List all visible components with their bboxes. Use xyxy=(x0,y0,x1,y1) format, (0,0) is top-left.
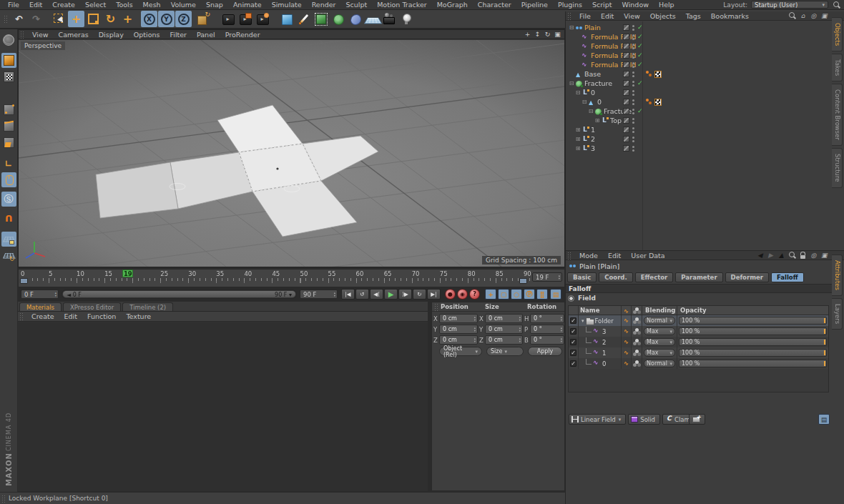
om-menu-item[interactable]: View xyxy=(619,11,645,21)
texture-tag-icon[interactable] xyxy=(654,99,662,106)
forward-icon[interactable]: ▶ xyxy=(766,251,775,260)
spinner-icon[interactable] xyxy=(561,337,562,342)
spinner-icon[interactable] xyxy=(519,337,521,342)
viewport-menu-item[interactable]: Panel xyxy=(192,30,220,39)
expand-toggle[interactable] xyxy=(574,88,582,97)
expand-toggle[interactable] xyxy=(568,23,575,32)
layer-swatch[interactable] xyxy=(623,34,629,40)
visibility-toggles[interactable] xyxy=(632,137,634,139)
align-workplane-button[interactable] xyxy=(1,248,16,263)
blending-dropdown[interactable]: Max▾ xyxy=(644,349,675,357)
goto-start-button[interactable]: |◀ xyxy=(341,289,355,300)
slider-handle[interactable] xyxy=(824,340,825,345)
expand-toggle[interactable] xyxy=(574,125,582,134)
viewport-menu-item[interactable]: Options xyxy=(129,30,165,39)
grip-handle[interactable] xyxy=(4,15,8,23)
am-menu-item[interactable]: User Data xyxy=(626,251,669,260)
grip-handle[interactable] xyxy=(567,12,571,20)
camera-label[interactable]: Perspective xyxy=(21,41,65,50)
add-field-button[interactable]: Linear Field▾ xyxy=(569,414,626,425)
render-picture-viewer-button[interactable]: ▸ xyxy=(237,11,253,27)
om-menu-item[interactable]: Tags xyxy=(681,11,706,21)
viewport-menu-item[interactable]: Display xyxy=(94,30,129,39)
size-field[interactable]: 0 cm xyxy=(485,335,523,345)
opacity-slider[interactable]: 100 % xyxy=(679,317,827,325)
add-folder-button[interactable] xyxy=(689,414,705,425)
layer-swatch[interactable] xyxy=(623,89,629,96)
visibility-toggles[interactable] xyxy=(632,99,634,102)
coordinate-field[interactable]: 0 cm xyxy=(439,335,478,345)
play-forwards-button[interactable]: ▶ xyxy=(384,289,398,300)
rotate-view-icon[interactable]: ↻ xyxy=(544,31,551,38)
filter-icon[interactable]: ◎ xyxy=(809,11,818,20)
grip-handle[interactable] xyxy=(1,495,6,503)
field-checkbox[interactable]: ✓ xyxy=(570,317,576,324)
grip-handle[interactable] xyxy=(19,312,24,320)
attribute-tab[interactable]: Falloff xyxy=(771,272,804,282)
visibility-toggles[interactable] xyxy=(632,62,634,64)
timeline-ruler[interactable]: 0510152530354045505560657075808590 19 19… xyxy=(18,269,565,287)
lock-y-axis[interactable]: Y xyxy=(158,11,175,27)
dock-tab[interactable]: Layers xyxy=(832,298,843,330)
add-environment-button[interactable] xyxy=(364,11,381,27)
current-frame-marker[interactable]: 19 xyxy=(122,270,133,277)
make-editable-button[interactable] xyxy=(1,32,16,47)
field-blend-icon[interactable] xyxy=(632,347,642,358)
lock-workplane-toggle[interactable] xyxy=(1,232,16,247)
spinner-icon[interactable] xyxy=(561,327,562,332)
viewport-menu-item[interactable]: ProRender xyxy=(220,30,265,39)
opacity-column-header[interactable]: Opacity xyxy=(677,306,828,315)
viewport-menu-item[interactable]: Filter xyxy=(165,30,192,39)
field-blend-icon[interactable] xyxy=(632,358,642,369)
om-menu-item[interactable]: File xyxy=(574,11,596,21)
panel-options-icon[interactable]: ▣ xyxy=(820,11,829,20)
blending-dropdown[interactable]: Normal▾ xyxy=(644,317,675,325)
move-tool[interactable]: + xyxy=(68,11,84,27)
coordinate-field[interactable]: 0 cm xyxy=(439,314,478,323)
menu-item[interactable]: Motion Tracker xyxy=(372,0,432,9)
object-row[interactable]: Top ✓ xyxy=(566,116,833,125)
goto-end-button[interactable]: ▶| xyxy=(427,289,441,300)
play-backwards-button[interactable]: ↺ xyxy=(355,289,369,300)
spinner-icon[interactable] xyxy=(474,327,476,332)
sync-icon[interactable]: ◎ xyxy=(809,251,818,260)
pan-view-icon[interactable]: + xyxy=(524,31,531,38)
compare-ab-button[interactable]: ▤ xyxy=(818,414,830,425)
menu-item[interactable]: Character xyxy=(473,0,516,9)
current-frame-field[interactable]: 19 F xyxy=(532,272,562,282)
preview-range-end-handle[interactable] xyxy=(519,278,527,284)
slider-handle[interactable] xyxy=(824,318,825,323)
menu-item[interactable]: Select xyxy=(80,0,111,9)
key-scale-toggle[interactable]: ▢ xyxy=(498,289,509,300)
layer-swatch[interactable] xyxy=(623,80,629,87)
layer-swatch[interactable] xyxy=(623,99,629,105)
layer-swatch[interactable] xyxy=(623,61,629,68)
spinner-icon[interactable] xyxy=(559,275,560,280)
last-used-tool[interactable]: + xyxy=(119,11,136,27)
render-settings-button[interactable]: ▸ xyxy=(254,11,270,27)
menu-item[interactable]: Animate xyxy=(228,0,267,9)
rotate-tool[interactable]: ↻ xyxy=(102,11,119,27)
dock-tab[interactable]: Attributes xyxy=(832,255,843,296)
search-icon[interactable] xyxy=(787,11,797,20)
rotation-field[interactable]: 0 ° xyxy=(530,335,564,345)
opacity-slider[interactable]: 100 % xyxy=(679,327,827,335)
add-light-button[interactable] xyxy=(398,11,415,27)
visibility-toggles[interactable] xyxy=(632,109,634,111)
opacity-slider[interactable]: 100 % xyxy=(679,360,827,367)
menu-item[interactable]: Help xyxy=(654,0,679,9)
layer-swatch[interactable] xyxy=(623,52,629,59)
up-icon[interactable]: ▲ xyxy=(777,251,786,260)
viewport-3d-scene[interactable]: Perspective Grid Spacing : 100 cm xyxy=(19,40,564,267)
play-loop-button[interactable]: ↻ xyxy=(413,289,426,300)
start-frame-field[interactable]: 0 F xyxy=(21,290,59,299)
lock-icon[interactable] xyxy=(798,251,808,260)
menu-item[interactable]: Mesh xyxy=(138,0,166,9)
menu-item[interactable]: MoGraph xyxy=(432,0,473,9)
menu-item[interactable]: Snap xyxy=(201,0,228,9)
expand-toggle[interactable] xyxy=(574,144,582,153)
coordinate-system-toggle[interactable] xyxy=(195,11,212,27)
workplane-mode[interactable] xyxy=(1,86,16,101)
menu-item[interactable]: Render xyxy=(307,0,341,9)
scale-tool[interactable] xyxy=(85,11,102,27)
